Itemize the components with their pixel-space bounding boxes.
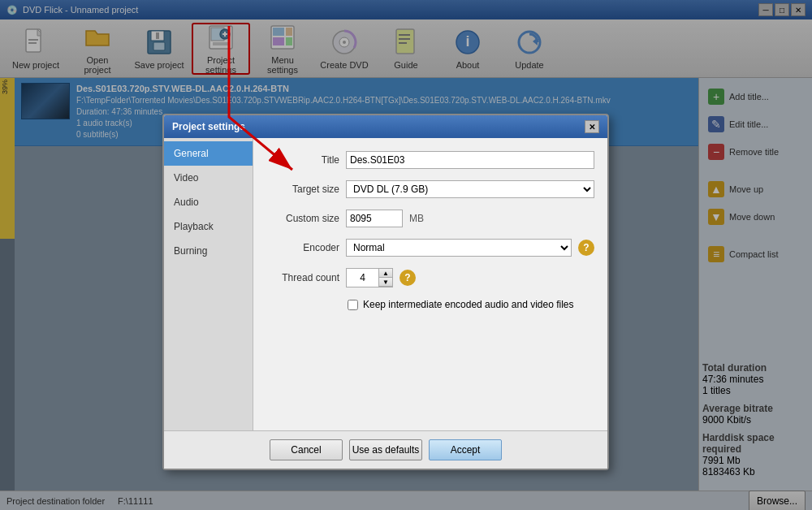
keep-files-label: Keep intermediate encoded audio and vide… xyxy=(363,299,574,310)
custom-size-row: Custom size MB xyxy=(266,210,594,227)
thread-count-row: Thread count ▲ ▼ ? xyxy=(266,268,594,287)
dialog-body: General Video Audio Playback Burning Tit… xyxy=(164,138,607,430)
encoder-label: Encoder xyxy=(266,242,339,253)
dialog-sidebar: General Video Audio Playback Burning xyxy=(164,138,253,430)
accept-button[interactable]: Accept xyxy=(429,439,502,460)
stepper-up-button[interactable]: ▲ xyxy=(379,269,392,278)
dialog-title: Project settings xyxy=(172,121,245,132)
thread-count-label: Thread count xyxy=(266,272,339,283)
dialog-general-content: Title Target size DVD DL (7.9 GB) Custom… xyxy=(253,138,607,430)
dialog-close-button[interactable]: ✕ xyxy=(585,120,599,133)
custom-size-unit: MB xyxy=(409,213,424,224)
encoder-help-button[interactable]: ? xyxy=(578,240,594,256)
custom-size-label: Custom size xyxy=(266,213,339,224)
custom-size-input[interactable] xyxy=(346,210,403,227)
target-size-row: Target size DVD DL (7.9 GB) xyxy=(266,180,594,198)
menu-item-general[interactable]: General xyxy=(164,141,253,166)
cancel-button[interactable]: Cancel xyxy=(270,439,343,460)
thread-count-input[interactable] xyxy=(347,269,379,287)
stepper-buttons: ▲ ▼ xyxy=(379,269,392,287)
project-settings-dialog: Project settings ✕ General Video Audio P… xyxy=(162,114,609,470)
menu-item-playback[interactable]: Playback xyxy=(164,214,253,239)
dialog-footer: Cancel Use as defaults Accept xyxy=(164,430,607,469)
title-row: Title xyxy=(266,151,594,169)
stepper-down-button[interactable]: ▼ xyxy=(379,278,392,287)
thread-count-help-button[interactable]: ? xyxy=(400,270,416,286)
dialog-title-bar: Project settings ✕ xyxy=(164,115,607,138)
target-size-label: Target size xyxy=(266,184,339,195)
encoder-select[interactable]: Normal Fast Slow xyxy=(346,239,572,257)
thread-count-stepper: ▲ ▼ xyxy=(346,268,393,287)
title-field-label: Title xyxy=(266,154,339,166)
use-as-defaults-button[interactable]: Use as defaults xyxy=(349,439,422,460)
title-input[interactable] xyxy=(346,151,594,169)
menu-item-burning[interactable]: Burning xyxy=(164,239,253,263)
keep-files-checkbox[interactable] xyxy=(348,300,358,310)
encoder-row: Encoder Normal Fast Slow ? xyxy=(266,239,594,257)
menu-item-video[interactable]: Video xyxy=(164,166,253,190)
keep-files-row: Keep intermediate encoded audio and vide… xyxy=(266,299,594,310)
target-size-select[interactable]: DVD DL (7.9 GB) xyxy=(346,180,594,198)
menu-item-audio[interactable]: Audio xyxy=(164,190,253,214)
